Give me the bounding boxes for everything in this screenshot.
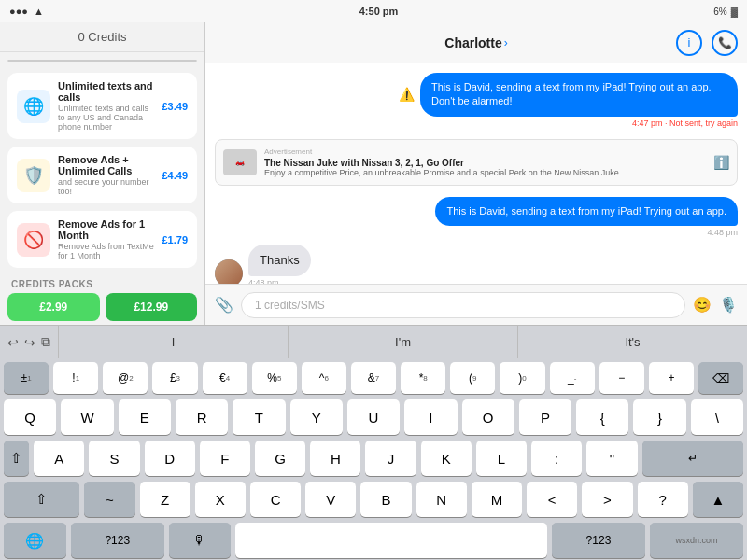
key-caret[interactable]: ^6 <box>302 362 346 394</box>
key-q[interactable]: Q <box>4 399 56 435</box>
key-a[interactable]: A <box>34 441 84 476</box>
space-key[interactable] <box>235 523 546 558</box>
return-key[interactable]: ↵ <box>642 441 743 476</box>
key-euro[interactable]: €4 <box>203 362 247 394</box>
plan-icon-3: 🚫 <box>17 223 50 257</box>
keyboard-row-z: ⇧ ~ Z X C V B N M < > ? ▲ <box>0 478 747 519</box>
key-z[interactable]: Z <box>140 482 190 517</box>
redo-button[interactable]: ↪ <box>24 335 35 350</box>
emoji-icon[interactable]: 😊 <box>693 296 712 314</box>
pack-btn-1[interactable]: £2.99 <box>7 293 100 321</box>
numbers-key-2[interactable]: ?123 <box>552 523 645 558</box>
pack-btn-2[interactable]: £12.99 <box>106 293 198 321</box>
key-lparen[interactable]: (9 <box>450 362 495 394</box>
numbers-key-1[interactable]: ?123 <box>71 523 164 558</box>
suggestion-2[interactable]: I'm <box>289 326 518 358</box>
key-underscore[interactable]: _- <box>550 362 595 394</box>
main-content: 0 Credits Buy Free 🌐 Unlimited texts and… <box>0 22 747 325</box>
plan-item-2[interactable]: 🛡️ Remove Ads + Unlimited Calls and secu… <box>7 147 197 203</box>
chevron-right-icon: › <box>504 36 508 49</box>
mic-keyboard-key[interactable]: 🎙 <box>169 523 232 558</box>
packs-row: £2.99 £12.99 <box>0 293 204 321</box>
plan-item-1[interactable]: 🌐 Unlimited texts and calls Unlimited te… <box>7 73 197 139</box>
key-amp[interactable]: &7 <box>351 362 396 394</box>
key-pound[interactable]: £3 <box>152 362 197 394</box>
msg-time-1: 4:47 pm · Not sent, try again <box>399 119 738 128</box>
key-dquote[interactable]: " <box>586 441 637 476</box>
emoji-keyboard-key[interactable]: 🌐 <box>4 523 66 558</box>
key-pipe[interactable]: \ <box>691 399 743 435</box>
key-g[interactable]: G <box>255 441 305 476</box>
plan-item-3[interactable]: 🚫 Remove Ads for 1 Month Remove Ads from… <box>7 211 197 268</box>
key-n[interactable]: N <box>416 482 467 517</box>
key-p[interactable]: P <box>519 399 571 435</box>
plan-text-3: Remove Ads for 1 Month Remove Ads from T… <box>58 218 154 260</box>
copy-button[interactable]: ⧉ <box>41 334 50 350</box>
attach-icon[interactable]: 📎 <box>215 296 233 314</box>
info-icon[interactable]: i <box>676 30 702 56</box>
key-o[interactable]: O <box>462 399 514 435</box>
message-1: ⚠️ This is David, sending a text from my… <box>399 73 738 128</box>
key-lt[interactable]: < <box>527 482 577 517</box>
shift-key-2[interactable]: ⇧ <box>4 482 79 517</box>
free-tab[interactable]: Free <box>103 61 197 62</box>
key-minus[interactable]: − <box>599 362 644 394</box>
delete-key-num[interactable]: ⌫ <box>698 362 743 394</box>
bubble-1: This is David, sending a text from my iP… <box>420 73 738 117</box>
key-f[interactable]: F <box>200 441 250 476</box>
key-r[interactable]: R <box>176 399 228 435</box>
key-h[interactable]: H <box>310 441 360 476</box>
suggestion-3[interactable]: It's <box>518 326 747 358</box>
key-l[interactable]: L <box>476 441 527 476</box>
keyboard-row-numbers: ±1 !1 @2 £3 €4 %5 ^6 &7 *8 (9 )0 _- − + … <box>0 358 747 396</box>
key-question[interactable]: ? <box>638 482 688 517</box>
key-rbrace[interactable]: } <box>633 399 685 435</box>
key-k[interactable]: K <box>421 441 472 476</box>
key-i[interactable]: I <box>404 399 457 435</box>
wifi-icon: ▲ <box>34 6 44 17</box>
key-updown[interactable]: ▲ <box>693 482 743 517</box>
key-y[interactable]: Y <box>290 399 343 435</box>
key-lbrace[interactable]: { <box>576 399 628 435</box>
keyboard-row-q: Q W E R T Y U I O P { } \ <box>0 396 747 437</box>
key-star[interactable]: *8 <box>401 362 445 394</box>
key-at[interactable]: @2 <box>103 362 148 394</box>
key-t[interactable]: T <box>233 399 285 435</box>
plan-desc-3: Remove Ads from TextMe for 1 Month <box>58 242 154 260</box>
key-x[interactable]: X <box>195 482 246 517</box>
key-plusminus[interactable]: ±1 <box>4 362 49 394</box>
phone-icon[interactable]: 📞 <box>712 30 738 56</box>
key-j[interactable]: J <box>365 441 416 476</box>
mic-icon[interactable]: 🎙️ <box>719 296 738 314</box>
shift-key[interactable]: ⇧ <box>4 441 29 476</box>
key-s[interactable]: S <box>89 441 139 476</box>
chat-input-field[interactable]: 1 credits/SMS <box>241 292 685 318</box>
key-rparen[interactable]: )0 <box>500 362 544 394</box>
key-gt[interactable]: > <box>582 482 632 517</box>
key-v[interactable]: V <box>305 482 356 517</box>
key-u[interactable]: U <box>347 399 400 435</box>
key-colon[interactable]: : <box>531 441 582 476</box>
signal-icon: ●●● <box>9 6 28 17</box>
buy-tab[interactable]: Buy <box>8 61 103 62</box>
key-percent[interactable]: %5 <box>252 362 297 394</box>
keyboard: ±1 !1 @2 £3 €4 %5 ^6 &7 *8 (9 )0 _- − + … <box>0 358 747 560</box>
key-w[interactable]: W <box>61 399 113 435</box>
suggestion-1[interactable]: I <box>59 326 289 358</box>
key-e[interactable]: E <box>119 399 171 435</box>
key-d[interactable]: D <box>145 441 195 476</box>
key-plus[interactable]: + <box>649 362 694 394</box>
key-c[interactable]: C <box>250 482 301 517</box>
ad-info-icon[interactable]: ℹ️ <box>713 155 729 170</box>
bubble-3: This is David, sending a text from my iP… <box>435 197 738 226</box>
key-b[interactable]: B <box>360 482 411 517</box>
keyboard-row-bottom: 🌐 ?123 🎙 ?123 wsxdn.com <box>0 519 747 560</box>
key-exclaim[interactable]: !1 <box>53 362 98 394</box>
msg-time-3: 4:48 pm <box>435 228 738 237</box>
key-m[interactable]: M <box>472 482 522 517</box>
status-time: 4:50 pm <box>359 6 399 17</box>
undo-button[interactable]: ↩ <box>7 335 19 350</box>
chat-messages: ⚠️ This is David, sending a text from my… <box>205 63 747 284</box>
key-tilde[interactable]: ~ <box>84 482 134 517</box>
plan-icon-1: 🌐 <box>17 90 50 123</box>
